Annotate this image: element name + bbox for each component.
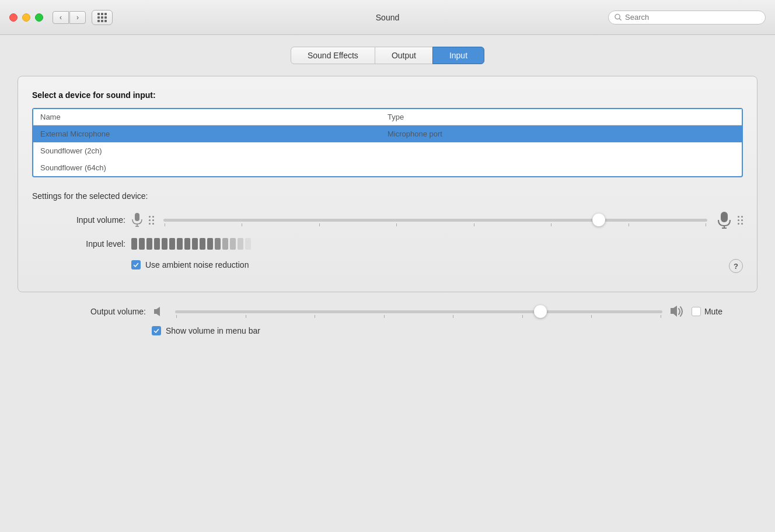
level-bar (215, 238, 221, 250)
svg-marker-9 (671, 306, 677, 317)
close-button[interactable] (9, 13, 18, 22)
output-volume-track[interactable] (175, 310, 662, 313)
level-bar (131, 238, 137, 250)
traffic-lights (9, 13, 43, 22)
input-volume-thumb[interactable] (592, 214, 605, 226)
microphone-large-icon (717, 211, 732, 229)
level-bar (230, 238, 236, 250)
maximize-button[interactable] (35, 13, 43, 22)
mute-checkbox[interactable] (692, 307, 701, 316)
tab-output[interactable]: Output (375, 47, 433, 64)
level-bar (169, 238, 175, 250)
input-volume-track[interactable] (163, 219, 707, 222)
noise-reduction-checkbox[interactable] (131, 260, 141, 270)
minimize-button[interactable] (22, 13, 30, 22)
device-name: Soundflower (64ch) (40, 163, 388, 172)
search-icon (615, 13, 622, 21)
input-level-row: Input level: (32, 238, 743, 250)
svg-rect-2 (135, 213, 139, 221)
output-controls: Output volume: (18, 292, 757, 341)
window-title: Sound (376, 13, 399, 22)
level-bar (238, 238, 243, 250)
help-button[interactable]: ? (729, 259, 743, 273)
level-bar (245, 238, 251, 250)
level-bar (207, 238, 213, 250)
grid-icon (97, 13, 107, 22)
mic-dots-left (149, 216, 154, 225)
nav-buttons: ‹ › (53, 11, 86, 24)
svg-line-1 (619, 19, 621, 20)
search-box[interactable] (608, 10, 766, 24)
svg-rect-5 (721, 212, 728, 222)
input-volume-row: Input volume: (32, 211, 743, 229)
device-table: Name Type External Microphone Microphone… (32, 108, 743, 177)
level-bar (184, 238, 190, 250)
chevron-right-icon: › (76, 13, 79, 22)
table-row[interactable]: Soundflower (2ch) (33, 142, 742, 159)
svg-marker-8 (154, 307, 160, 316)
section-title: Select a device for sound input: (32, 90, 743, 100)
table-row[interactable]: Soundflower (64ch) (33, 159, 742, 176)
level-bar (154, 238, 160, 250)
forward-button[interactable]: › (69, 11, 86, 24)
tab-sound-effects[interactable]: Sound Effects (291, 47, 375, 64)
device-type: Microphone port (388, 130, 735, 138)
col-header-name: Name (40, 113, 388, 121)
output-volume-label: Output volume: (53, 307, 146, 316)
level-bar (192, 238, 198, 250)
output-volume-row: Output volume: (53, 304, 722, 319)
mic-dots-right (738, 216, 743, 225)
input-level-label: Input level: (32, 239, 125, 249)
device-type (388, 163, 735, 172)
level-bar (162, 238, 167, 250)
speaker-loud-icon (668, 304, 686, 319)
tab-input[interactable]: Input (432, 47, 484, 64)
microphone-small-icon (131, 212, 143, 228)
noise-reduction-row: Use ambient noise reduction (131, 260, 249, 270)
speaker-quiet-icon (152, 305, 165, 318)
level-bar (146, 238, 152, 250)
search-input[interactable] (625, 13, 759, 22)
settings-panel: Select a device for sound input: Name Ty… (18, 76, 757, 292)
output-volume-thumb[interactable] (534, 305, 547, 318)
titlebar: ‹ › Sound (0, 0, 775, 35)
device-name: Soundflower (2ch) (40, 146, 388, 155)
grid-view-button[interactable] (92, 10, 113, 25)
level-bar (222, 238, 228, 250)
tab-bar: Sound Effects Output Input (18, 47, 757, 64)
chevron-left-icon: ‹ (60, 13, 62, 22)
level-meter (131, 238, 251, 250)
back-button[interactable]: ‹ (53, 11, 69, 24)
input-volume-label: Input volume: (32, 215, 125, 225)
noise-reduction-label: Use ambient noise reduction (145, 260, 249, 270)
main-content: Sound Effects Output Input Select a devi… (0, 35, 775, 353)
show-volume-row: Show volume in menu bar (152, 326, 722, 335)
level-bar (200, 238, 205, 250)
table-row[interactable]: External Microphone Microphone port (33, 125, 742, 142)
device-name: External Microphone (40, 130, 388, 138)
settings-label: Settings for the selected device: (32, 191, 743, 201)
level-bar (139, 238, 145, 250)
level-bar (177, 238, 183, 250)
input-volume-slider-container (131, 211, 743, 229)
show-volume-label: Show volume in menu bar (166, 326, 260, 335)
show-volume-checkbox[interactable] (152, 326, 161, 335)
col-header-type: Type (388, 113, 735, 121)
device-type (388, 146, 735, 155)
table-header: Name Type (33, 109, 742, 125)
mute-label: Mute (704, 307, 722, 316)
